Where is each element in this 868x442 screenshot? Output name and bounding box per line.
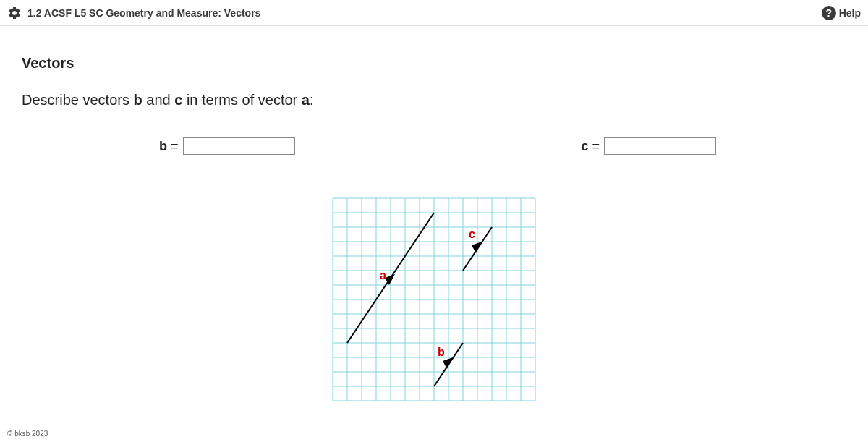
diagram-wrap: a c b — [22, 191, 846, 408]
header: 1.2 ACSF L5 SC Geometry and Measure: Vec… — [0, 0, 868, 26]
svg-marker-35 — [443, 357, 453, 369]
content: Vectors Describe vectors b and c in term… — [0, 26, 868, 408]
input-b-field[interactable] — [183, 137, 295, 155]
question-text: Describe vectors b and c in terms of vec… — [22, 92, 846, 109]
vector-b-label: b — [438, 346, 445, 358]
footer-copyright: © bksb 2023 — [7, 430, 48, 438]
inputs-row: b = c = — [22, 137, 731, 155]
vector-a-label: a — [380, 269, 386, 281]
input-group-b: b = — [159, 137, 295, 155]
help-icon: ? — [822, 6, 836, 20]
header-left: 1.2 ACSF L5 SC Geometry and Measure: Vec… — [7, 6, 260, 20]
help-button[interactable]: ? Help — [822, 6, 861, 20]
input-b-label: b = — [159, 139, 179, 154]
vector-diagram: a c b — [326, 191, 542, 408]
input-c-field[interactable] — [604, 137, 716, 155]
gear-icon[interactable] — [7, 6, 22, 20]
vector-c-label: c — [469, 228, 475, 240]
svg-marker-33 — [472, 242, 482, 253]
page-title: 1.2 ACSF L5 SC Geometry and Measure: Vec… — [27, 7, 260, 19]
section-title: Vectors — [22, 55, 846, 72]
input-group-c: c = — [581, 137, 716, 155]
input-c-label: c = — [581, 139, 600, 154]
help-label: Help — [839, 7, 861, 19]
